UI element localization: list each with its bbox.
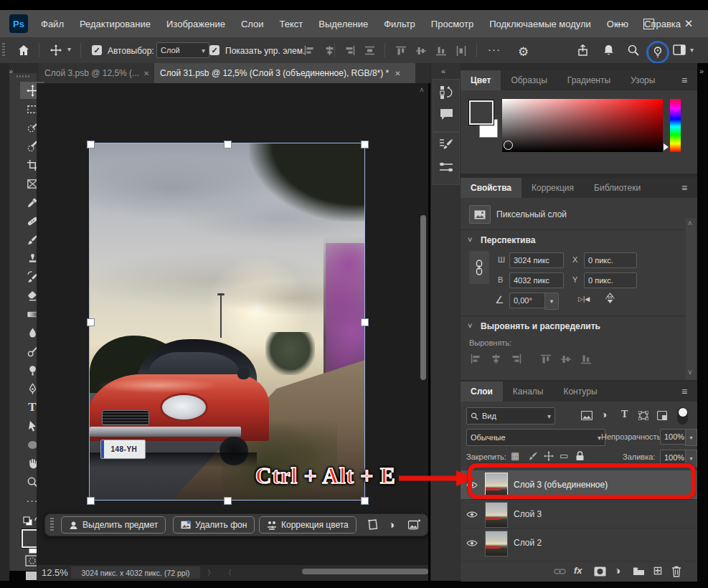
lock-position-icon[interactable] (544, 451, 554, 461)
layer-row[interactable]: Слой 2 (461, 528, 697, 557)
transform-handle-mr[interactable] (361, 318, 369, 326)
eye-icon[interactable] (466, 539, 478, 547)
layers-menu-icon[interactable]: ≡ (681, 386, 687, 397)
opacity-dropdown[interactable]: ▾ (685, 429, 697, 446)
move-option-chevron-icon[interactable]: ▾ (67, 45, 71, 53)
autoselect-checkbox[interactable]: ✓ (92, 45, 102, 55)
props-align-right-icon[interactable] (511, 354, 521, 364)
autoselect-dropdown[interactable]: Слой ▾ (156, 42, 209, 58)
share-icon[interactable] (577, 44, 589, 57)
contextual-task-bar[interactable]: Выделить предмет Удалить фон Коррекция ц… (44, 513, 428, 536)
tab-swatches[interactable]: Образцы (501, 70, 557, 90)
menu-layers[interactable]: Слои (233, 19, 272, 29)
align-section-title[interactable]: Выровнять и распределить (481, 321, 600, 331)
foreground-swatch[interactable] (469, 100, 494, 125)
select-subject-button[interactable]: Выделить предмет (61, 516, 166, 534)
filter-type-layers-icon[interactable]: T (621, 409, 628, 420)
history-panel-icon[interactable] (440, 85, 453, 100)
flip-horizontal-icon[interactable]: ▷|◀ (578, 295, 590, 303)
menu-plugins[interactable]: Подключаемые модули (481, 19, 599, 29)
align-middle-v-icon[interactable] (416, 46, 426, 56)
tab-color[interactable]: Цвет (461, 70, 501, 90)
new-group-icon[interactable] (633, 566, 645, 576)
y-input[interactable]: 0 пикс. (584, 272, 637, 288)
photo-layer[interactable]: 148-YH (90, 143, 364, 500)
transform-handle-tr[interactable] (361, 141, 369, 148)
link-dimensions-button[interactable] (469, 251, 489, 284)
transform-handle-br[interactable] (361, 497, 369, 505)
tab-close-icon[interactable]: ✕ (395, 70, 400, 77)
color-panel-menu-icon[interactable]: ≡ (681, 75, 687, 86)
canvas-vertical-scrollbar[interactable] (420, 215, 426, 380)
options-drag-handle[interactable] (2, 43, 5, 57)
layer-thumbnail[interactable] (485, 531, 508, 556)
canvas-scroll-up-icon[interactable]: ˄ (420, 86, 424, 94)
height-input[interactable]: 4032 пикс (509, 272, 564, 288)
taskbar-drag-handle[interactable] (50, 518, 54, 532)
hue-slider[interactable] (670, 99, 681, 152)
align-top-icon[interactable] (396, 46, 406, 56)
zoom-level[interactable]: 12.5% (42, 567, 68, 578)
transform-section-title[interactable]: Перспектива (481, 235, 535, 245)
add-image-icon[interactable] (408, 519, 420, 530)
align-center-h-icon[interactable] (324, 46, 335, 55)
minimize-button[interactable]: — (606, 10, 635, 37)
brush-settings-panel-icon[interactable] (439, 138, 453, 151)
status-next-icon[interactable]: 〉 (207, 568, 214, 578)
adjustment-icon[interactable]: ◑ (388, 518, 395, 531)
home-icon[interactable] (17, 44, 30, 57)
menu-type[interactable]: Текст (272, 19, 311, 29)
tab-patterns[interactable]: Узоры (620, 70, 665, 90)
transform-handle-tc[interactable] (224, 141, 232, 148)
props-align-middle-icon[interactable] (561, 354, 571, 364)
status-prev-icon[interactable]: 〈 (225, 568, 232, 578)
distribute-v-icon[interactable] (456, 46, 466, 56)
expand-right-icon[interactable]: » (699, 67, 704, 75)
document-tab-inactive[interactable]: Слой 3.psb @ 12,5% (... ✕ (39, 63, 166, 83)
move-tool-option-icon[interactable] (50, 44, 62, 56)
tab-paths[interactable]: Контуры (553, 381, 607, 402)
ps-logo[interactable]: Ps (9, 14, 28, 33)
search-icon[interactable] (627, 44, 640, 57)
menu-file[interactable]: Файл (33, 19, 72, 29)
more-options-icon[interactable]: ··· (488, 43, 501, 55)
lock-pixels-icon[interactable] (528, 451, 538, 461)
flip-vertical-icon[interactable] (604, 293, 616, 304)
maximize-button[interactable] (643, 19, 654, 29)
tab-properties[interactable]: Свойства (461, 178, 521, 198)
properties-menu-icon[interactable]: ≡ (681, 182, 687, 194)
scroll-down-icon[interactable]: ˅ (688, 369, 692, 376)
default-colors-icon[interactable] (23, 516, 33, 526)
close-button[interactable]: ✕ (673, 10, 704, 37)
align-bottom-icon[interactable] (436, 46, 446, 56)
filter-smart-objects-icon[interactable] (657, 411, 667, 420)
distribute-h-icon[interactable] (364, 46, 375, 55)
layer-row[interactable]: Слой 3 (461, 499, 697, 528)
transform-icon[interactable] (367, 519, 378, 530)
transform-handle-bl[interactable] (87, 497, 95, 505)
x-input[interactable]: 0 пикс. (584, 252, 637, 268)
expand-panels-icon[interactable]: « (441, 67, 445, 75)
tab-layers[interactable]: Слои (461, 381, 503, 402)
document-tab-active[interactable]: Слой 31.psb @ 12,5% (Слой 3 (объединенно… (154, 63, 415, 83)
layer-name[interactable]: Слой 3 (514, 509, 542, 519)
filter-adjustment-layers-icon[interactable]: ◑ (601, 409, 607, 420)
discover-lightbulb-icon[interactable] (646, 41, 669, 64)
filter-pixel-layers-icon[interactable] (581, 411, 593, 420)
props-align-bottom-icon[interactable] (581, 354, 591, 364)
transform-handle-bc[interactable] (224, 497, 232, 505)
align-left-icon[interactable] (304, 46, 315, 55)
menu-view[interactable]: Просмотр (423, 19, 481, 29)
filter-shape-layers-icon[interactable] (638, 411, 648, 420)
lock-all-icon[interactable] (575, 451, 585, 461)
filter-toggle[interactable] (677, 407, 688, 425)
transform-section-chevron-icon[interactable]: ˅ (468, 235, 472, 244)
scroll-up-icon[interactable]: ˄ (688, 219, 692, 227)
comments-panel-icon[interactable] (440, 108, 453, 120)
tab-channels[interactable]: Каналы (503, 381, 554, 402)
color-correction-button[interactable]: Коррекция цвета (259, 516, 357, 534)
menu-filter[interactable]: Фильтр (376, 19, 423, 29)
transform-handle-tl[interactable] (87, 141, 95, 148)
layer-mask-icon[interactable] (594, 566, 606, 577)
horizontal-scrollbar[interactable] (302, 569, 428, 574)
